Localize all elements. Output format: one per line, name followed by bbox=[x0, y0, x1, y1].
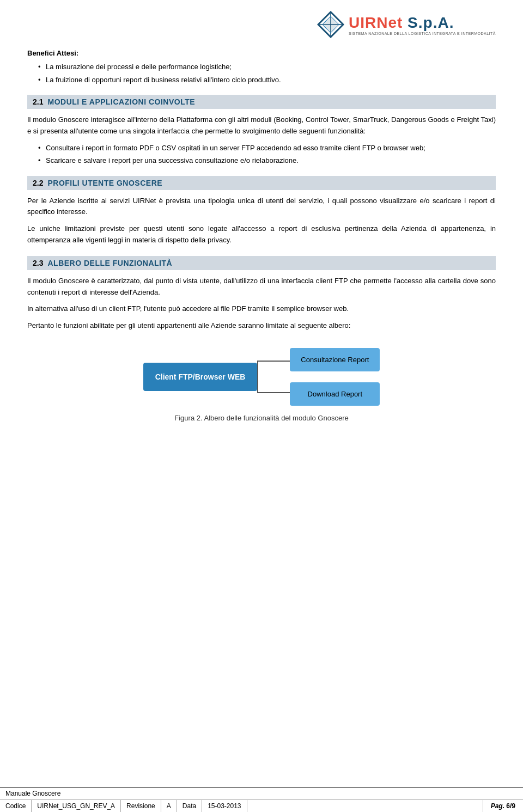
logo-box: UIRNet S.p.A. SISTEMA NAZIONALE DELLA LO… bbox=[317, 11, 496, 38]
section-2-2-body2: Le uniche limitazioni previste per quest… bbox=[27, 223, 496, 246]
section-2-2-content: Per le Aziende iscritte ai servizi UIRNe… bbox=[27, 196, 496, 246]
section-num-2-3: 2.3 bbox=[33, 259, 43, 267]
footer-bottom-row: Codice UIRNet_USG_GN_REV_A Revisione A D… bbox=[0, 800, 523, 812]
benefici-title: Benefici Attesi: bbox=[27, 49, 496, 57]
section-2-1-body: Il modulo Gnoscere interagisce all'inter… bbox=[27, 114, 496, 137]
section-title-2-3: Albero delle funzionalità bbox=[47, 259, 172, 267]
diagram-node-consultazione: Consultazione Report bbox=[290, 348, 380, 371]
diagram-area: Client FTP/Browser WEB Consultazione Rep… bbox=[27, 348, 496, 406]
h-line-bottom bbox=[257, 392, 290, 393]
footer-revisione-value: A bbox=[161, 800, 177, 812]
benefici-section: Benefici Attesi: La misurazione dei proc… bbox=[27, 49, 496, 85]
section-title-2-2: Profili Utente Gnoscere bbox=[47, 179, 162, 187]
list-item: La fruizione di opportuni report di busi… bbox=[38, 75, 496, 86]
section-num-2-2: 2.2 bbox=[33, 179, 43, 187]
footer-manual-label: Manuale Gnoscere bbox=[0, 787, 66, 799]
diagram-vert-line bbox=[257, 352, 290, 401]
footer: Manuale Gnoscere Codice UIRNet_USG_GN_RE… bbox=[0, 787, 523, 812]
header-logo: UIRNet S.p.A. SISTEMA NAZIONALE DELLA LO… bbox=[27, 11, 496, 38]
section-2-1-bar: 2.1 Moduli e applicazioni coinvolte bbox=[27, 95, 496, 109]
logo-main-text: UIRNet S.p.A. bbox=[349, 14, 496, 32]
footer-page: Pag. 6/9 bbox=[483, 800, 523, 812]
section-2-2-bar: 2.2 Profili Utente Gnoscere bbox=[27, 176, 496, 190]
list-item: La misurazione dei processi e delle perf… bbox=[38, 62, 496, 72]
logo-text-block: UIRNet S.p.A. SISTEMA NAZIONALE DELLA LO… bbox=[349, 14, 496, 35]
section-2-3-bar: 2.3 Albero delle funzionalità bbox=[27, 256, 496, 270]
section-2-3-body1: Il modulo Gnoscere è caratterizzato, dal… bbox=[27, 276, 496, 298]
footer-codice-value: UIRNet_USG_GN_REV_A bbox=[32, 800, 121, 812]
page: UIRNet S.p.A. SISTEMA NAZIONALE DELLA LO… bbox=[0, 0, 523, 812]
logo-diamond-icon bbox=[317, 11, 344, 38]
diagram-node-download: Download Report bbox=[290, 382, 380, 406]
vert-line bbox=[257, 361, 258, 393]
h-line-top bbox=[257, 361, 290, 362]
footer-data-value: 15-03-2013 bbox=[202, 800, 247, 812]
diagram-connector: Consultazione Report Download Report bbox=[257, 348, 380, 406]
section-2-1-content: Il modulo Gnoscere interagisce all'inter… bbox=[27, 114, 496, 166]
benefici-list: La misurazione dei processi e delle perf… bbox=[27, 62, 496, 85]
footer-bottom-left: Codice UIRNet_USG_GN_REV_A Revisione A D… bbox=[0, 800, 483, 812]
diagram-client-box: Client FTP/Browser WEB bbox=[143, 363, 258, 391]
footer-page-value: 6/9 bbox=[506, 802, 515, 810]
section-num-2-1: 2.1 bbox=[33, 97, 43, 106]
section-2-3-content: Il modulo Gnoscere è caratterizzato, dal… bbox=[27, 276, 496, 332]
section-2-3-body3: Pertanto le funzioni abilitate per gli u… bbox=[27, 320, 496, 332]
section-2-1-bullets: Consultare i report in formato PDF o CSV… bbox=[27, 143, 496, 166]
logo-subtitle: SISTEMA NAZIONALE DELLA LOGISTICA INTEGR… bbox=[349, 32, 496, 35]
section-title-2-1: Moduli e applicazioni coinvolte bbox=[47, 97, 195, 106]
footer-top-row: Manuale Gnoscere bbox=[0, 787, 523, 800]
footer-revisione-label: Revisione bbox=[121, 800, 161, 812]
list-item: Scaricare e salvare i report per una suc… bbox=[38, 155, 496, 166]
footer-codice-label: Codice bbox=[0, 800, 32, 812]
figura-caption: Figura 2. Albero delle funzionalità del … bbox=[27, 414, 496, 422]
list-item: Consultare i report in formato PDF o CSV… bbox=[38, 143, 496, 154]
diagram-right-boxes: Consultazione Report Download Report bbox=[290, 348, 380, 406]
section-2-2-body1: Per le Aziende iscritte ai servizi UIRNe… bbox=[27, 196, 496, 218]
section-2-3-body2: In alternativa all'uso di un client FTP,… bbox=[27, 303, 496, 315]
footer-data-label: Data bbox=[177, 800, 202, 812]
footer-page-label: Pag. bbox=[491, 802, 504, 810]
